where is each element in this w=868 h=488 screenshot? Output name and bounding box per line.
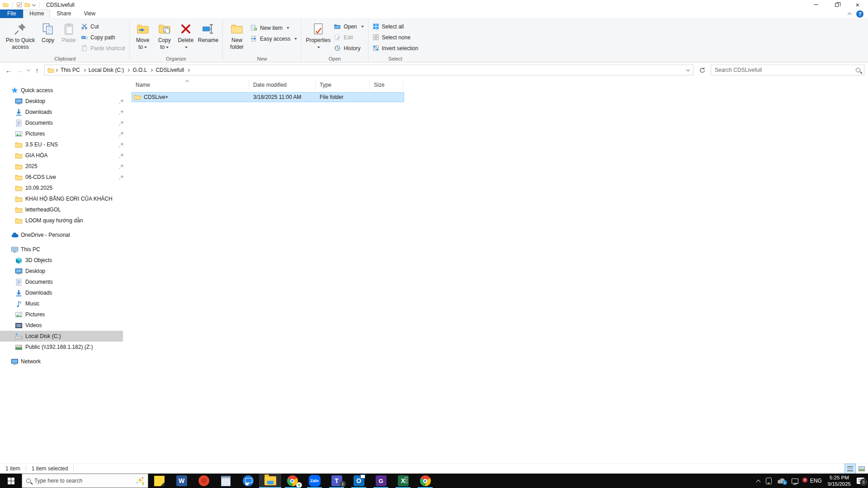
history-button[interactable]: History [332,43,365,53]
sidebar-item-desktop[interactable]: Desktop [0,266,128,277]
explorer-search-input[interactable] [715,67,856,73]
taskbar-app-word[interactable]: W [170,474,193,488]
sidebar-item-music[interactable]: Music [0,298,128,309]
taskbar-app-teams[interactable]: T 1 [326,474,348,488]
large-icons-view-button[interactable] [856,464,867,474]
phone-link-tray-icon[interactable] [766,478,772,484]
taskbar-app-g[interactable]: G [370,474,392,488]
delete-button[interactable]: Delete [175,19,196,51]
sidebar-item-local-disk-c[interactable]: Local Disk (C:) [0,331,128,342]
sidebar-item-folder-letterheadgol[interactable]: letterheadGOL [0,204,128,215]
sidebar-item-quick-access[interactable]: Quick access [0,85,128,96]
sidebar-item-folder-khaiho[interactable]: KHAI HỘ BẰNG EORI CỦA KHÁCH [0,193,128,204]
file-row-selected[interactable]: CDSLive+ 3/18/2025 11:00 AM File folder [132,92,404,102]
rename-button[interactable]: Rename [196,19,220,44]
taskbar-app-chrome[interactable] [414,474,436,488]
sidebar-item-this-pc[interactable]: This PC [0,244,128,255]
sidebar-item-folder-35eu[interactable]: 3.5 EU - ENS [0,139,128,150]
explorer-search-box[interactable] [711,65,864,75]
sidebar-item-videos[interactable]: Videos [0,320,128,331]
tab-view[interactable]: View [77,9,102,18]
start-button[interactable] [0,474,22,488]
select-none-button[interactable]: Select none [371,33,420,42]
sidebar-item-3d-objects[interactable]: 3D Objects [0,255,128,266]
notification-center-icon[interactable] [857,478,864,484]
taskbar-app-ecus[interactable] [193,474,215,488]
taskbar-search-box[interactable] [22,474,148,488]
breadcrumb-cdslivefull[interactable]: CDSLivefull [153,67,186,73]
navigation-pane: Quick access Desktop Downloads Documents… [0,78,128,463]
taskbar-app-excel[interactable]: X [392,474,414,488]
column-header-name[interactable]: Name [132,80,249,90]
network-tray-icon[interactable] [792,479,798,483]
taskbar-app-notepad[interactable] [215,474,237,488]
qat-customize-chevron-icon[interactable] [32,2,36,6]
taskbar-app-chrome-profile[interactable] [281,474,303,488]
file-date-cell: 3/18/2025 11:00 AM [249,94,316,100]
column-header-date-modified[interactable]: Date modified [249,80,316,90]
invert-selection-button[interactable]: Invert selection [371,43,420,53]
sidebar-item-folder-06cdslive[interactable]: 06-CDS Live [0,172,128,183]
cut-button[interactable]: Cut [79,22,127,31]
copy-to-button[interactable]: Copy to [154,19,175,51]
tray-expand-chevron-icon[interactable] [756,479,760,484]
collapse-ribbon-chevron-icon[interactable] [848,13,851,16]
new-folder-button[interactable]: New folder [225,19,249,51]
onedrive-tray-icon[interactable] [778,478,786,483]
taskbar-app-ultraviewer[interactable] [237,474,259,488]
sidebar-item-onedrive[interactable]: OneDrive - Personal [0,230,128,240]
refresh-button[interactable] [697,65,708,75]
sidebar-item-network[interactable]: Network [0,356,128,367]
new-item-button[interactable]: New item [249,23,299,33]
move-to-button[interactable]: Move to [132,19,154,51]
clock[interactable]: 5:25 PM 9/15/2025 [828,474,851,488]
folder-icon [15,141,23,149]
language-indicator[interactable]: ENG [810,478,822,484]
sidebar-item-folder-loom[interactable]: LOOM quay hướng dẫn [0,215,128,226]
column-header-type[interactable]: Type [316,80,370,90]
qat-newfolder-icon[interactable] [24,2,30,8]
sidebar-item-documents-qa[interactable]: Documents [0,117,128,128]
copy-path-button[interactable]: Copy path [79,33,127,42]
tab-share[interactable]: Share [50,9,77,18]
open-button[interactable]: Open [332,22,365,31]
taskbar-app-zalo[interactable]: Zalo [303,474,326,488]
back-button[interactable]: ← [5,66,13,74]
easy-access-button[interactable]: Easy access [249,34,299,43]
sidebar-item-pictures[interactable]: Pictures [0,309,128,320]
copy-button[interactable]: Copy [38,19,58,44]
recent-locations-chevron-icon[interactable] [27,68,30,71]
sidebar-item-folder-10092025[interactable]: 10.09.2025 [0,183,128,193]
taskbar-app-sticky-notes[interactable] [148,474,170,488]
tab-home[interactable]: Home [23,9,50,18]
column-header-size[interactable]: Size [370,80,403,90]
restore-button[interactable] [826,0,847,9]
breadcrumb-local-disk[interactable]: Local Disk (C:) [86,67,127,73]
help-button[interactable]: ? [856,10,863,18]
address-dropdown-chevron-icon[interactable] [686,68,690,71]
qat-properties-icon[interactable] [16,2,22,8]
properties-button[interactable]: Properties [304,19,332,51]
sidebar-item-downloads[interactable]: Downloads [0,287,128,298]
sidebar-item-folder-giahoa[interactable]: GIA HÒA [0,150,128,161]
sidebar-item-desktop-qa[interactable]: Desktop [0,96,128,107]
close-button[interactable]: × [847,0,868,9]
sidebar-item-documents[interactable]: Documents [0,277,128,287]
taskbar-search-input[interactable] [34,478,132,484]
up-button[interactable]: ↑ [33,66,41,74]
taskbar-app-outlook[interactable]: O [348,474,370,488]
details-view-button[interactable] [844,464,856,474]
breadcrumb-gol[interactable]: G.O.L [130,67,149,73]
taskbar-app-file-explorer[interactable] [259,474,281,488]
minimize-button[interactable] [806,0,826,9]
file-menu-button[interactable]: File [0,9,23,18]
sidebar-item-pictures-qa[interactable]: Pictures [0,128,128,139]
sidebar-item-downloads-qa[interactable]: Downloads [0,107,128,117]
minimize-icon [814,5,818,5]
sidebar-item-public-z[interactable]: Public (\\192.168.1.182) (Z:) [0,342,128,352]
sidebar-item-folder-2025[interactable]: 2025 [0,161,128,172]
pin-to-quick-access-button[interactable]: Pin to Quick access [3,19,38,51]
select-all-button[interactable]: Select all [371,22,420,31]
breadcrumb-this-pc[interactable]: This PC [58,67,82,73]
address-field[interactable]: This PC Local Disk (C:) G.O.L CDSLiveful… [44,65,693,75]
